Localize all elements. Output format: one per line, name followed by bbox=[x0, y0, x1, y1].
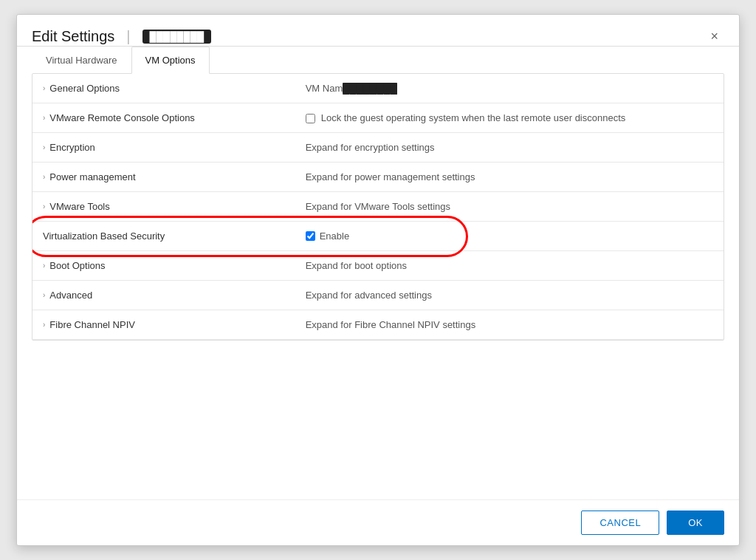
table-row: › General Options VM Nam████████ bbox=[32, 74, 724, 103]
row-label-text: Boot Options bbox=[49, 260, 105, 271]
tab-vm-options[interactable]: VM Options bbox=[131, 47, 210, 74]
tab-bar: Virtual Hardware VM Options bbox=[17, 47, 739, 73]
table-row-vbs: Virtualization Based Security Enable bbox=[32, 222, 724, 251]
cancel-button[interactable]: CANCEL bbox=[581, 511, 659, 535]
row-label-text: Virtualization Based Security bbox=[43, 231, 165, 242]
table-row: › Encryption Expand for encryption setti… bbox=[32, 133, 724, 163]
vbs-enable-checkbox[interactable] bbox=[306, 231, 315, 241]
chevron-icon[interactable]: › bbox=[43, 202, 45, 211]
settings-table: › General Options VM Nam████████ › bbox=[32, 74, 724, 340]
row-label-text: VMware Remote Console Options bbox=[49, 112, 195, 123]
chevron-icon[interactable]: › bbox=[43, 262, 45, 270]
row-value: Expand for power management settings bbox=[306, 171, 475, 182]
chevron-icon[interactable]: › bbox=[43, 143, 45, 151]
row-label-text: Power management bbox=[49, 171, 135, 182]
row-label-vmrc: › VMware Remote Console Options bbox=[43, 112, 285, 123]
chevron-icon[interactable]: › bbox=[43, 84, 45, 92]
title-area: Edit Settings | ████████ bbox=[32, 28, 211, 45]
row-label-vmware-tools: › VMware Tools bbox=[43, 201, 285, 212]
table-row: › Fibre Channel NPIV Expand for Fibre Ch… bbox=[32, 310, 724, 340]
row-label-text: General Options bbox=[49, 83, 120, 94]
row-label-advanced: › Advanced bbox=[43, 290, 285, 301]
vmrc-lock-checkbox[interactable] bbox=[306, 114, 315, 123]
chevron-icon[interactable]: › bbox=[43, 291, 45, 299]
row-label-text: VMware Tools bbox=[49, 201, 109, 212]
title-separator: | bbox=[126, 28, 130, 45]
table-row: › VMware Remote Console Options Lock the… bbox=[32, 103, 724, 133]
close-button[interactable]: × bbox=[704, 27, 724, 46]
vbs-enable-label: Enable bbox=[320, 231, 349, 242]
dialog-footer: CANCEL OK bbox=[17, 499, 739, 545]
tab-virtual-hardware[interactable]: Virtual Hardware bbox=[32, 47, 131, 74]
dialog-header: Edit Settings | ████████ × bbox=[17, 15, 739, 47]
row-label-fibre-channel: › Fibre Channel NPIV bbox=[43, 319, 285, 330]
row-value: Expand for VMware Tools settings bbox=[306, 201, 450, 212]
chevron-icon[interactable]: › bbox=[43, 114, 45, 122]
row-label-vbs: Virtualization Based Security bbox=[43, 231, 285, 242]
ok-button[interactable]: OK bbox=[667, 511, 724, 535]
vm-name-badge: ████████ bbox=[142, 30, 212, 44]
row-label-text: Advanced bbox=[49, 290, 92, 301]
row-label-encryption: › Encryption bbox=[43, 142, 285, 153]
dialog-body: › General Options VM Nam████████ › bbox=[17, 73, 739, 499]
row-value: Expand for encryption settings bbox=[306, 142, 435, 153]
table-row: › Advanced Expand for advanced settings bbox=[32, 281, 724, 310]
row-value: Expand for boot options bbox=[306, 260, 407, 271]
row-value: Expand for advanced settings bbox=[306, 290, 432, 301]
row-label-general-options: › General Options bbox=[43, 83, 285, 94]
row-label-text: Encryption bbox=[49, 142, 94, 153]
row-label-text: Fibre Channel NPIV bbox=[49, 319, 135, 330]
table-row: › Boot Options Expand for boot options bbox=[32, 251, 724, 281]
row-value: Expand for Fibre Channel NPIV settings bbox=[306, 319, 476, 330]
edit-settings-dialog: Edit Settings | ████████ × Virtual Hardw… bbox=[16, 14, 740, 546]
vmrc-checkbox-area: Lock the guest operating system when the… bbox=[306, 112, 713, 123]
settings-table-wrapper: › General Options VM Nam████████ › bbox=[32, 73, 724, 341]
table-row: › Power management Expand for power mana… bbox=[32, 163, 724, 192]
chevron-icon[interactable]: › bbox=[43, 173, 45, 181]
row-label-boot-options: › Boot Options bbox=[43, 260, 285, 271]
table-row: › VMware Tools Expand for VMware Tools s… bbox=[32, 192, 724, 222]
row-label-power-management: › Power management bbox=[43, 171, 285, 182]
dialog-title: Edit Settings bbox=[32, 28, 114, 45]
row-value: VM Nam████████ bbox=[306, 83, 397, 94]
chevron-icon[interactable]: › bbox=[43, 321, 45, 329]
vmrc-lock-label: Lock the guest operating system when the… bbox=[321, 112, 626, 123]
vbs-checkbox-area: Enable bbox=[306, 231, 713, 242]
